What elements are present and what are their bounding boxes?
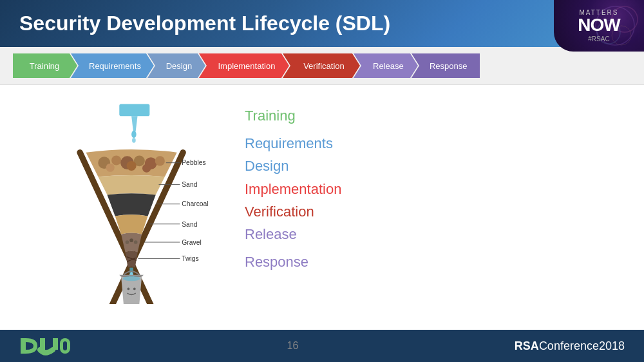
chevron-verification: Verification [283, 53, 360, 78]
duo-logo-svg [19, 335, 71, 357]
page-title: Security Development Lifecycle (SDL) [19, 12, 390, 35]
label-verification: Verification [245, 200, 625, 223]
label-implementation: Implementation [245, 178, 625, 200]
svg-point-17 [142, 164, 151, 173]
rsa-conference: RSAConference2018 [515, 339, 625, 353]
svg-text:Pebbles: Pebbles [182, 159, 205, 166]
chevron-response: Response [412, 53, 480, 78]
label-training: Training [245, 104, 625, 127]
logo-corner: MATTERS NOW #RSAC [554, 0, 644, 52]
svg-text:Charcoal: Charcoal [182, 200, 208, 207]
svg-point-6 [132, 138, 136, 143]
logo-now: NOW [578, 16, 620, 34]
svg-point-5 [131, 131, 137, 138]
page-number: 16 [287, 340, 299, 352]
svg-text:Sand: Sand [182, 221, 197, 228]
svg-point-10 [111, 155, 121, 165]
label-requirements: Requirements [245, 132, 625, 155]
header: Security Development Lifecycle (SDL) MAT… [0, 0, 644, 47]
svg-point-20 [134, 240, 138, 244]
svg-text:Sand: Sand [182, 181, 197, 188]
sdl-labels: Training Requirements Design Implementat… [245, 98, 625, 273]
svg-text:Twigs: Twigs [182, 255, 198, 262]
label-release: Release [245, 223, 625, 245]
label-design: Design [245, 155, 625, 177]
svg-rect-39 [21, 338, 26, 354]
svg-rect-4 [119, 104, 149, 116]
svg-point-16 [127, 161, 137, 171]
chevron-requirements: Requirements [71, 53, 154, 78]
chevron-design: Design [147, 53, 205, 78]
content-area: Pebbles Sand Charcoal Sand Gravel Twigs … [0, 85, 644, 325]
duo-logo [19, 335, 71, 357]
svg-point-24 [128, 288, 130, 291]
chevron-bar: Training Requirements Design Implementat… [0, 47, 644, 85]
chevron-release: Release [354, 53, 418, 78]
logo-rsac: #RSAC [578, 35, 620, 43]
svg-point-25 [133, 288, 136, 291]
svg-point-14 [155, 156, 165, 166]
label-response: Response [245, 251, 625, 273]
footer: 16 RSAConference2018 [0, 330, 644, 362]
svg-point-26 [123, 276, 140, 281]
rsa-text: RSA [515, 339, 539, 352]
svg-point-18 [126, 240, 129, 244]
chevron-training: Training [13, 53, 77, 78]
chevron-implementation: Implementation [199, 53, 289, 78]
svg-rect-43 [63, 341, 67, 350]
conference-text: Conference2018 [539, 339, 625, 352]
filter-illustration: Pebbles Sand Charcoal Sand Gravel Twigs [19, 98, 225, 304]
svg-text:Gravel: Gravel [182, 239, 201, 246]
svg-point-15 [106, 164, 115, 172]
svg-point-19 [129, 238, 133, 242]
filter-svg: Pebbles Sand Charcoal Sand Gravel Twigs [19, 98, 225, 304]
